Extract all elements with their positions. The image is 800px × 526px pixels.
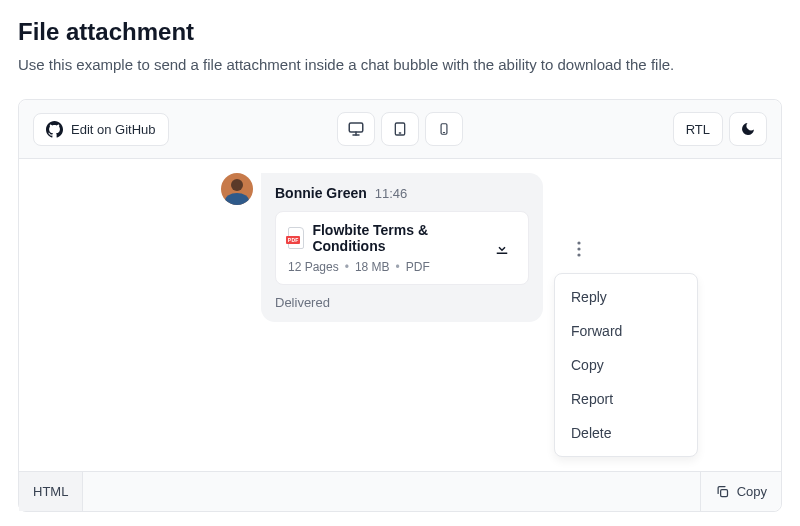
download-icon bbox=[493, 239, 511, 257]
mobile-icon bbox=[437, 120, 451, 138]
tablet-view-button[interactable] bbox=[381, 112, 419, 146]
chat-message: Bonnie Green 11:46 PDF Flowbite Terms & … bbox=[221, 173, 543, 322]
dark-mode-toggle-button[interactable] bbox=[729, 112, 767, 146]
file-type: PDF bbox=[406, 260, 430, 274]
chat-bubble: Bonnie Green 11:46 PDF Flowbite Terms & … bbox=[261, 173, 543, 322]
pdf-icon: PDF bbox=[288, 227, 304, 249]
copy-icon bbox=[715, 484, 730, 499]
rtl-label: RTL bbox=[686, 122, 710, 137]
sender-name: Bonnie Green bbox=[275, 185, 367, 201]
menu-item-delete[interactable]: Delete bbox=[555, 416, 697, 450]
message-status: Delivered bbox=[275, 295, 529, 310]
tab-html[interactable]: HTML bbox=[19, 472, 83, 511]
svg-point-9 bbox=[577, 253, 580, 256]
code-footer: HTML Copy bbox=[19, 471, 781, 511]
file-pages: 12 Pages bbox=[288, 260, 339, 274]
viewport-buttons bbox=[337, 112, 463, 146]
message-options-menu: Reply Forward Copy Report Delete bbox=[554, 273, 698, 457]
desktop-icon bbox=[347, 120, 365, 138]
menu-item-forward[interactable]: Forward bbox=[555, 314, 697, 348]
desktop-view-button[interactable] bbox=[337, 112, 375, 146]
bubble-header: Bonnie Green 11:46 bbox=[275, 185, 529, 201]
file-attachment-card: PDF Flowbite Terms & Conditions 12 Pages… bbox=[275, 211, 529, 285]
menu-item-reply[interactable]: Reply bbox=[555, 280, 697, 314]
file-meta: 12 Pages • 18 MB • PDF bbox=[288, 260, 488, 274]
mobile-view-button[interactable] bbox=[425, 112, 463, 146]
svg-point-8 bbox=[577, 247, 580, 250]
menu-item-copy[interactable]: Copy bbox=[555, 348, 697, 382]
example-panel: Edit on GitHub RTL bbox=[18, 99, 782, 512]
separator-dot: • bbox=[396, 260, 400, 274]
tablet-icon bbox=[392, 120, 408, 138]
avatar bbox=[221, 173, 253, 205]
more-vertical-icon bbox=[577, 241, 581, 257]
preview-area: Bonnie Green 11:46 PDF Flowbite Terms & … bbox=[19, 159, 781, 471]
menu-item-report[interactable]: Report bbox=[555, 382, 697, 416]
svg-rect-10 bbox=[720, 490, 727, 497]
moon-icon bbox=[740, 121, 756, 137]
copy-label: Copy bbox=[737, 484, 767, 499]
message-time: 11:46 bbox=[375, 186, 408, 201]
file-name: Flowbite Terms & Conditions bbox=[312, 222, 488, 254]
copy-code-button[interactable]: Copy bbox=[700, 472, 781, 511]
github-icon bbox=[46, 121, 63, 138]
section-title: File attachment bbox=[18, 18, 782, 46]
file-size: 18 MB bbox=[355, 260, 390, 274]
rtl-toggle-button[interactable]: RTL bbox=[673, 112, 723, 146]
download-button[interactable] bbox=[488, 234, 516, 262]
separator-dot: • bbox=[345, 260, 349, 274]
edit-on-github-button[interactable]: Edit on GitHub bbox=[33, 113, 169, 146]
svg-rect-0 bbox=[349, 123, 363, 132]
svg-point-7 bbox=[577, 241, 580, 244]
message-options-button[interactable] bbox=[565, 235, 593, 263]
edit-on-github-label: Edit on GitHub bbox=[71, 122, 156, 137]
section-description: Use this example to send a file attachme… bbox=[18, 56, 782, 73]
toolbar: Edit on GitHub RTL bbox=[19, 100, 781, 159]
